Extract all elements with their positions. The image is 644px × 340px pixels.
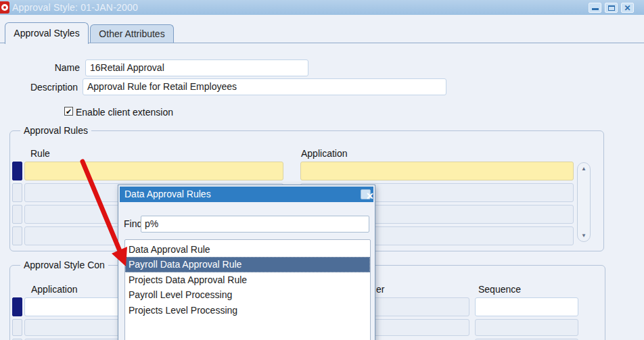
app-icon [0, 1, 9, 14]
dialog-title: Data Approval Rules [124, 189, 211, 199]
name-input[interactable]: 16Retail Approval [85, 59, 308, 76]
application-column-header: Application [301, 148, 348, 159]
dialog-close-icon: ✕ [366, 192, 374, 201]
find-value: p% [145, 218, 158, 229]
scroll-down-icon[interactable]: ▼ [578, 233, 590, 239]
description-value: Approval Rule for Retail Employees [87, 81, 237, 92]
list-item[interactable]: Data Approval Rule [125, 242, 370, 257]
list-item-selected[interactable]: Payroll Data Approval Rule [125, 257, 370, 272]
maximize-button[interactable] [605, 3, 618, 13]
minimize-button[interactable] [589, 3, 601, 13]
record-indicator[interactable] [12, 297, 22, 316]
check-icon: ✔ [66, 107, 72, 116]
description-label: Description [12, 82, 78, 93]
clipped-column-header: er [376, 284, 384, 295]
sequence-cell[interactable] [475, 297, 578, 316]
dialog-titlebar[interactable]: Data Approval Rules ✕ [120, 187, 373, 202]
enable-client-extension-checkbox[interactable]: ✔ [64, 107, 73, 116]
record-indicator[interactable] [12, 205, 22, 224]
application-cell[interactable] [300, 162, 574, 180]
sequence-cell[interactable] [475, 319, 578, 336]
find-label: Find [124, 218, 142, 229]
record-indicator[interactable] [12, 319, 22, 336]
approval-style-window: Approval Style: 01-JAN-2000 ✕ Other Attr… [0, 0, 644, 340]
minimize-icon [592, 8, 599, 10]
dialog-close-button[interactable]: ✕ [361, 189, 371, 199]
approval-style-components-legend: Approval Style Con [20, 260, 108, 270]
record-indicator[interactable] [12, 162, 22, 180]
description-input[interactable]: Approval Rule for Retail Employees [83, 78, 446, 95]
name-value: 16Retail Approval [90, 62, 164, 73]
tab-approval-styles[interactable]: Approval Styles [5, 22, 89, 44]
tab-divider [0, 43, 644, 43]
approval-rules-legend: Approval Rules [20, 125, 91, 136]
window-title: Approval Style: 01-JAN-2000 [12, 2, 138, 13]
application-column-header: Application [31, 284, 78, 295]
rule-cell[interactable] [24, 162, 283, 180]
rule-column-header: Rule [30, 148, 50, 159]
list-item[interactable]: Projects Level Processing [125, 303, 370, 318]
enable-client-extension-label: Enable client extension [76, 107, 173, 118]
tab-other-attributes[interactable]: Other Attributes [90, 24, 174, 43]
name-label: Name [14, 62, 80, 73]
rules-scrollbar[interactable]: ▲ ▼ [577, 162, 591, 242]
window-titlebar: Approval Style: 01-JAN-2000 ✕ [0, 0, 644, 15]
list-item[interactable]: Projects Data Approval Rule [125, 272, 370, 287]
maximize-icon [608, 5, 615, 11]
sequence-column-header: Sequence [478, 284, 521, 295]
data-approval-rules-dialog: Data Approval Rules ✕ Find p% Data Appro… [118, 185, 375, 340]
scroll-up-icon[interactable]: ▲ [578, 166, 590, 172]
find-input[interactable]: p% [141, 216, 369, 233]
record-indicator[interactable] [12, 183, 22, 202]
list-item[interactable]: Payroll Level Processing [125, 287, 370, 302]
record-indicator[interactable] [12, 226, 22, 245]
rules-list: Data Approval Rule Payroll Data Approval… [124, 239, 371, 340]
close-button[interactable]: ✕ [621, 3, 634, 13]
close-icon: ✕ [622, 3, 633, 12]
